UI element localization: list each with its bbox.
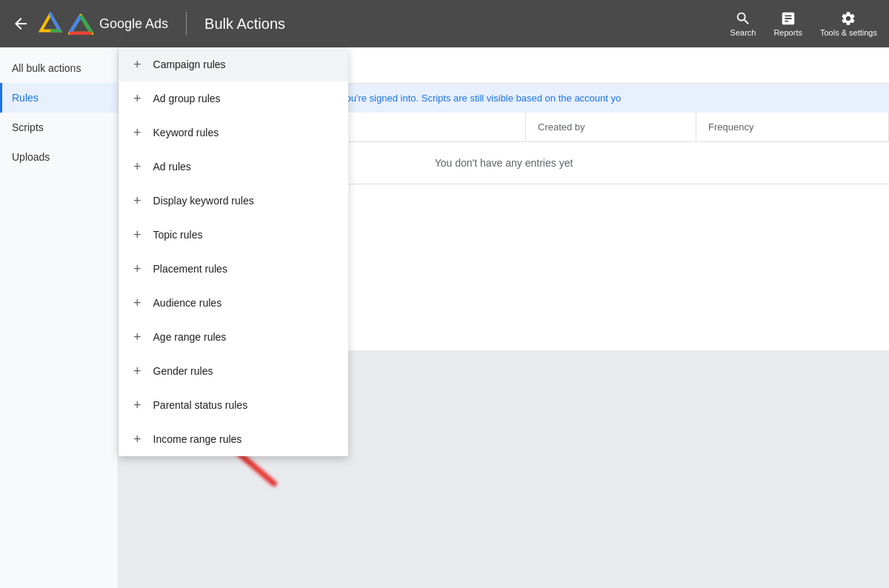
sidebar-item-rules[interactable]: Rules	[0, 83, 118, 113]
plus-icon: +	[133, 262, 141, 275]
plus-icon: +	[133, 126, 141, 139]
dropdown-item-label: Placement rules	[153, 263, 227, 275]
app-name-text: Google Ads	[99, 16, 168, 32]
dropdown-item-label: Display keyword rules	[153, 195, 254, 207]
main-layout: All bulk actions Rules Scripts Uploads +…	[0, 47, 889, 588]
dropdown-item-age-range-rules[interactable]: + Age range rules	[119, 320, 348, 354]
search-nav-label: Search	[730, 28, 756, 37]
plus-icon: +	[133, 296, 141, 310]
col-header-frequency: Frequency	[696, 113, 889, 141]
sidebar: All bulk actions Rules Scripts Uploads	[0, 47, 119, 588]
back-button[interactable]	[12, 15, 30, 33]
dropdown-item-income-range-rules[interactable]: + Income range rules	[119, 422, 348, 456]
dropdown-item-gender-rules[interactable]: + Gender rules	[119, 354, 348, 388]
plus-icon: +	[133, 330, 141, 344]
reports-nav-button[interactable]: Reports	[773, 10, 802, 37]
rules-dropdown: + Campaign rules + Ad group rules + Keyw…	[119, 47, 348, 456]
tools-nav-label: Tools & settings	[820, 28, 877, 37]
dropdown-item-placement-rules[interactable]: + Placement rules	[119, 252, 348, 286]
dropdown-item-audience-rules[interactable]: + Audience rules	[119, 286, 348, 320]
topbar-left: Google Ads Bulk Actions	[12, 12, 730, 36]
dropdown-item-ad-rules[interactable]: + Ad rules	[119, 150, 348, 184]
plus-icon: +	[133, 432, 141, 446]
plus-icon: +	[133, 398, 141, 412]
plus-icon: +	[133, 92, 141, 105]
dropdown-item-label: Ad group rules	[153, 93, 221, 104]
sidebar-item-uploads[interactable]: Uploads	[0, 142, 118, 172]
dropdown-item-label: Gender rules	[153, 365, 213, 377]
dropdown-item-label: Campaign rules	[153, 59, 226, 70]
google-ads-logo: Google Ads	[39, 12, 168, 36]
plus-icon: +	[133, 160, 141, 173]
sidebar-item-scripts[interactable]: Scripts	[0, 113, 118, 142]
topbar: Google Ads Bulk Actions Search Reports T…	[0, 0, 889, 47]
dropdown-item-label: Age range rules	[153, 331, 227, 343]
plus-icon: +	[133, 58, 141, 71]
page-title: Bulk Actions	[204, 16, 285, 33]
dropdown-item-label: Audience rules	[153, 297, 222, 309]
topbar-right: Search Reports Tools & settings	[730, 10, 877, 37]
dropdown-item-topic-rules[interactable]: + Topic rules	[119, 218, 348, 252]
plus-icon: +	[133, 364, 141, 378]
dropdown-item-display-keyword-rules[interactable]: + Display keyword rules	[119, 184, 348, 218]
col-header-created-by: Created by	[526, 113, 696, 141]
search-nav-button[interactable]: Search	[730, 10, 756, 37]
reports-nav-label: Reports	[773, 28, 802, 37]
dropdown-item-label: Topic rules	[153, 229, 203, 241]
dropdown-item-label: Ad rules	[153, 161, 191, 173]
dropdown-item-parental-status-rules[interactable]: + Parental status rules	[119, 388, 348, 422]
dropdown-item-label: Income range rules	[153, 433, 242, 445]
plus-icon: +	[133, 194, 141, 207]
plus-icon: +	[133, 228, 141, 241]
dropdown-item-keyword-rules[interactable]: + Keyword rules	[119, 116, 348, 150]
sidebar-item-all-bulk-actions[interactable]: All bulk actions	[0, 53, 118, 83]
tools-nav-button[interactable]: Tools & settings	[820, 10, 877, 37]
dropdown-item-ad-group-rules[interactable]: + Ad group rules	[119, 81, 348, 116]
dropdown-item-campaign-rules[interactable]: + Campaign rules	[119, 47, 348, 81]
dropdown-item-label: Parental status rules	[153, 399, 248, 411]
dropdown-item-label: Keyword rules	[153, 127, 219, 138]
header-divider	[186, 12, 187, 36]
